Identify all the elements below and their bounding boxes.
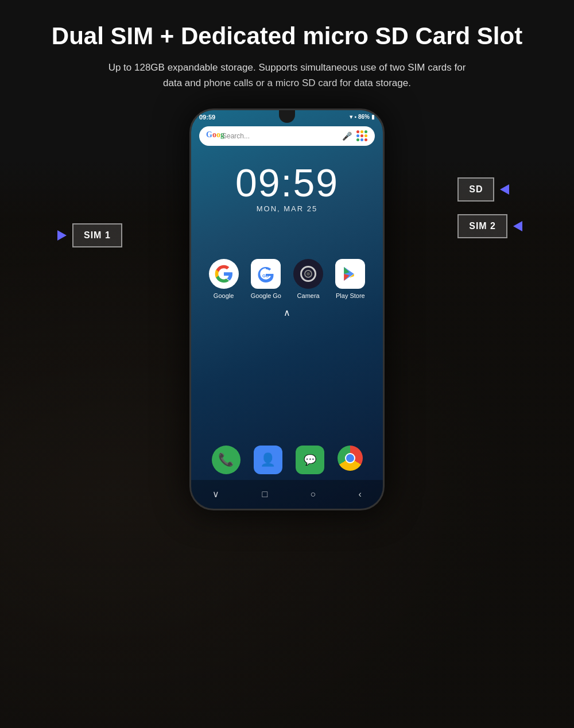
wifi-icon: ▾ (350, 114, 352, 120)
main-title: Dual SIM + Dedicated micro SD Card Slot (34, 23, 540, 49)
search-input[interactable]: Search... (222, 132, 338, 140)
nav-back-button[interactable]: ∨ (212, 489, 219, 499)
sim1-arrow-icon (57, 230, 67, 241)
battery-percent: 86% (358, 114, 370, 120)
sim2-box: SIM 2 (457, 214, 507, 238)
clock-time: 09:59 (191, 163, 383, 202)
sd-box: SD (457, 177, 494, 202)
camera-icon-box[interactable] (293, 259, 323, 289)
nav-recent-button[interactable]: □ (262, 489, 267, 499)
dock-contacts-icon[interactable]: 👤 (254, 446, 282, 474)
camera-lens-core (307, 272, 310, 276)
sim1-box: SIM 1 (72, 223, 122, 247)
sim2-label-row: SIM 2 (457, 214, 522, 238)
app-camera[interactable]: Camera (293, 259, 323, 299)
nav-back-arrow-button[interactable]: ‹ (358, 489, 361, 499)
subtitle: Up to 128GB expandable storage. Supports… (103, 60, 471, 91)
app-google[interactable]: Google (209, 259, 239, 299)
search-bar[interactable]: Goog Search... 🎤 (199, 126, 375, 146)
camera-lens-inner (304, 270, 312, 278)
labels-right: SD SIM 2 (457, 177, 522, 238)
sd-label-row: SD (457, 177, 522, 202)
camera-lens (300, 266, 316, 282)
play-store-icon[interactable] (335, 259, 365, 289)
google-go-icon[interactable]: GO (251, 259, 281, 289)
chrome-inner-circle (345, 453, 355, 463)
app-google-go-label: Google Go (251, 292, 281, 299)
app-play-store-label: Play Store (336, 292, 365, 299)
svg-text:GO: GO (262, 273, 269, 278)
nav-bar: ∨ □ ○ ‹ (191, 480, 383, 509)
clock-date: MON, MAR 25 (191, 204, 383, 213)
dock: 📞 👤 💬 (191, 446, 383, 474)
dock-phone-icon[interactable]: 📞 (212, 446, 241, 474)
battery-icon: ▮ (371, 114, 375, 120)
apps-grid-icon[interactable] (356, 130, 368, 142)
phone-screen: 09:59 ▾ ▪ 86% ▮ Goog Search... 🎤 (191, 110, 383, 509)
sd-arrow-icon (500, 184, 509, 195)
google-icon[interactable] (209, 259, 239, 289)
app-camera-label: Camera (297, 292, 320, 299)
sim2-arrow-icon (513, 221, 522, 231)
dock-messages-icon[interactable]: 💬 (296, 446, 324, 474)
app-play-store[interactable]: Play Store (335, 259, 365, 299)
status-icons: ▾ ▪ 86% ▮ (350, 114, 375, 120)
status-time: 09:59 (199, 114, 215, 121)
dock-chrome-icon[interactable] (338, 446, 363, 471)
clock-section: 09:59 MON, MAR 25 (191, 163, 383, 213)
signal-icon: ▪ (354, 114, 356, 120)
chevron-up[interactable]: ∧ (191, 307, 383, 318)
phone-frame: 09:59 ▾ ▪ 86% ▮ Goog Search... 🎤 (189, 109, 385, 510)
app-icons-row: Google GO Google Go (191, 259, 383, 299)
app-google-label: Google (214, 292, 234, 299)
app-google-go[interactable]: GO Google Go (251, 259, 281, 299)
nav-home-button[interactable]: ○ (310, 489, 316, 499)
phone-area: SIM 1 SD SIM 2 09:59 ▾ (0, 103, 574, 654)
top-section: Dual SIM + Dedicated micro SD Card Slot … (0, 0, 574, 103)
google-logo: Goog (206, 130, 218, 142)
notch (279, 110, 295, 123)
mic-icon[interactable]: 🎤 (342, 131, 352, 141)
sim1-label: SIM 1 (57, 223, 122, 247)
